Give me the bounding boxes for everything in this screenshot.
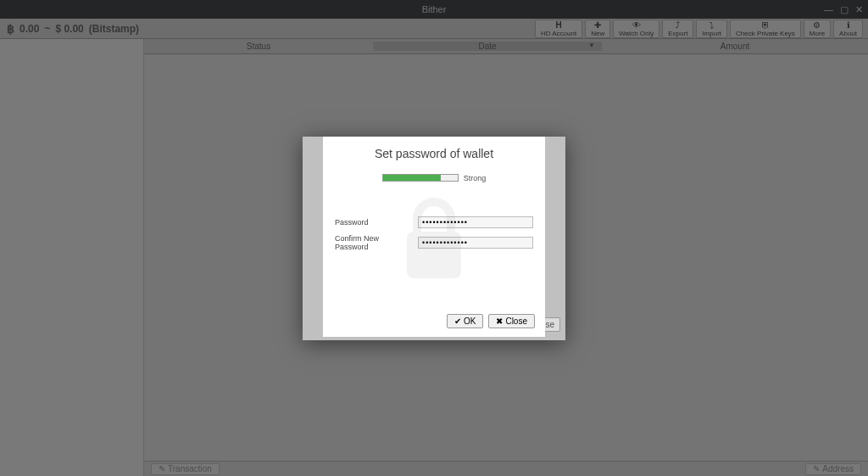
modal-title: Set password of wallet bbox=[335, 147, 533, 160]
close-icon: ✖ bbox=[496, 316, 503, 326]
password-row: Password bbox=[335, 216, 533, 228]
modal-outer-frame: se Set password of wallet Strong Passwor… bbox=[303, 137, 565, 340]
confirm-label: Confirm New Password bbox=[335, 234, 413, 251]
confirm-row: Confirm New Password bbox=[335, 234, 533, 251]
close-button[interactable]: ✖ Close bbox=[488, 314, 535, 328]
modal-overlay: se Set password of wallet Strong Passwor… bbox=[0, 0, 868, 476]
strength-fill bbox=[383, 175, 442, 181]
confirm-password-input[interactable] bbox=[418, 237, 533, 249]
strength-indicator: Strong bbox=[335, 174, 533, 182]
password-label: Password bbox=[335, 218, 413, 227]
close-label: Close bbox=[505, 316, 527, 326]
ok-label: OK bbox=[464, 316, 476, 326]
password-input[interactable] bbox=[418, 216, 533, 228]
modal-actions: ✔ OK ✖ Close bbox=[447, 314, 535, 328]
password-modal: Set password of wallet Strong Password C… bbox=[323, 137, 545, 337]
strength-bar bbox=[382, 174, 459, 182]
strength-label: Strong bbox=[464, 174, 487, 182]
check-icon: ✔ bbox=[454, 316, 461, 326]
ok-button[interactable]: ✔ OK bbox=[447, 314, 483, 328]
